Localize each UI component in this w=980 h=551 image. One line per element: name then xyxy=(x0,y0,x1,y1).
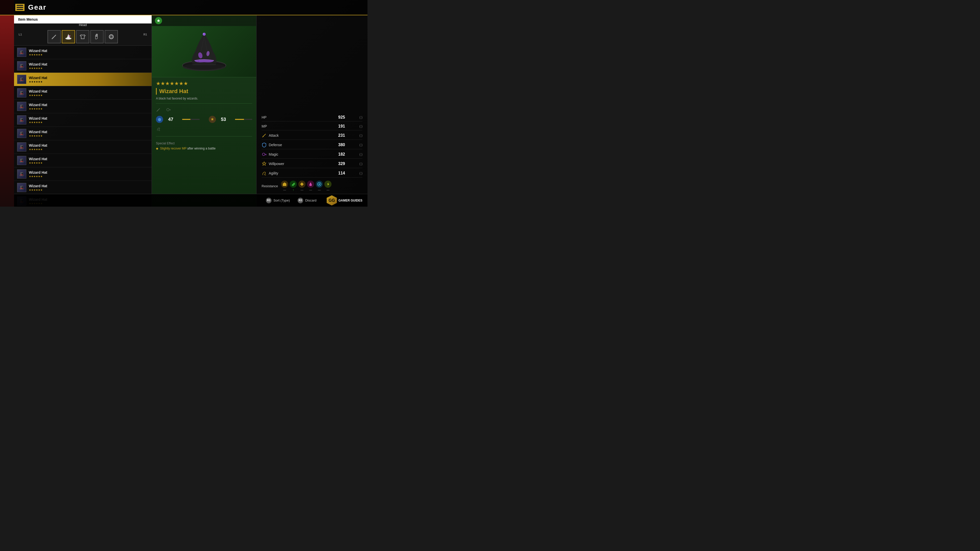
defense-value-char: 380 xyxy=(338,143,345,147)
svg-point-24 xyxy=(262,153,265,156)
defense-value: 47 xyxy=(168,117,177,122)
list-item-selected[interactable]: 🎩 Wizard Hat ★★★★★★ xyxy=(14,73,151,86)
stat-row-hp: HP 925 ( ) xyxy=(262,114,363,121)
svg-line-15 xyxy=(157,108,160,111)
tab-head[interactable] xyxy=(62,30,75,43)
willpower-label: Willpower xyxy=(269,162,338,166)
item-info: Wizard Hat ★★★★★★ xyxy=(29,49,148,56)
item-stars: ★★★★★★ xyxy=(29,148,148,151)
sort-button[interactable]: R3 Sort (Type) xyxy=(266,198,290,203)
weapon-icon xyxy=(51,33,57,40)
nav-left-btn[interactable]: L1 xyxy=(16,32,24,37)
item-thumbnail: 🎩 xyxy=(17,75,26,84)
detail-item-name: Wizard Hat xyxy=(156,88,252,95)
item-name: Wizard Hat xyxy=(29,170,148,175)
ice-res-icon xyxy=(316,181,323,188)
svg-point-6 xyxy=(110,36,112,38)
item-thumbnail: 🎩 xyxy=(17,169,26,179)
slash-res-value: ↑ xyxy=(293,188,294,191)
item-name: Wizard Hat xyxy=(29,89,148,94)
gear-icon xyxy=(15,4,24,11)
item-menus-label: Item Menus xyxy=(14,15,151,24)
stat-row-willpower: Willpower 329 ( ) xyxy=(262,160,363,168)
item-info: Wizard Hat ★★★★★★ xyxy=(29,76,148,83)
diamond-bullet: ◆ xyxy=(156,147,158,150)
special-effect-highlight: Slightly recover MP xyxy=(160,147,186,150)
svg-point-5 xyxy=(109,35,113,39)
list-item[interactable]: 🎩 Wizard Hat ★★★★★★ xyxy=(14,140,151,154)
list-item[interactable]: 🎩 Wizard Hat ★★★★★★ xyxy=(14,167,151,181)
bottom-bar: R3 Sort (Type) R3 Discard GG GAMER GUIDE… xyxy=(14,194,368,206)
special-effect-text: ◆ Slightly recover MP after winning a ba… xyxy=(156,147,252,150)
item-thumbnail: 🎩 xyxy=(17,61,26,70)
list-item[interactable]: 🎩 Wizard Hat ★★★★★★ xyxy=(14,86,151,100)
tab-hands[interactable] xyxy=(90,30,103,43)
detail-badge xyxy=(155,17,162,24)
mp-change: ( ) xyxy=(347,124,363,128)
discard-button[interactable]: R3 Discard xyxy=(298,198,317,203)
thunder-res-icon xyxy=(325,181,331,188)
item-name: Wizard Hat xyxy=(29,184,148,188)
agility-mini-row xyxy=(156,127,252,132)
resistance-icons: — ↑ xyxy=(281,181,331,191)
sort-label: Sort (Type) xyxy=(274,198,290,202)
item-name: Wizard Hat xyxy=(29,76,148,80)
item-thumbnail: 🎩 xyxy=(17,183,26,192)
list-item[interactable]: 🎩 Wizard Hat ★★★★★★ xyxy=(14,59,151,73)
special-effect-label: Special Effect xyxy=(156,141,252,145)
defense-stat-icon-char xyxy=(262,142,267,148)
slash-icon xyxy=(291,182,296,186)
attack-value: 231 xyxy=(338,133,345,138)
item-thumbnail: 🎩 xyxy=(17,129,26,138)
item-thumbnail: 🎩 xyxy=(17,102,26,111)
attack-change: ( ) xyxy=(347,134,363,137)
wizard-hat-image xyxy=(176,29,232,75)
tab-weapon[interactable] xyxy=(48,30,61,43)
item-name: Wizard Hat xyxy=(29,116,148,121)
item-thumbnail: 🎩 xyxy=(17,115,26,124)
stat-row-mp: MP 191 ( ) xyxy=(262,122,363,130)
nav-right-btn[interactable]: R1 xyxy=(141,32,150,37)
stat-row-defense: Defense 380 ( ) xyxy=(262,141,363,149)
tab-accessory[interactable] xyxy=(105,30,118,43)
agility-change: ( ) xyxy=(347,171,363,175)
item-name: Wizard Hat xyxy=(29,157,148,161)
special-effect-suffix: after winning a battle xyxy=(187,147,216,150)
hp-value: 925 xyxy=(338,115,345,120)
item-thumbnail: 🎩 xyxy=(17,156,26,165)
list-item[interactable]: 🎩 Wizard Hat ★★★★★★ xyxy=(14,154,151,167)
list-item[interactable]: 🎩 Wizard Hat ★★★★★★ xyxy=(14,127,151,140)
svg-marker-30 xyxy=(300,183,304,186)
item-info: Wizard Hat ★★★★★★ xyxy=(29,89,148,97)
magic-change: ( ) xyxy=(347,152,363,156)
blunt-res-value: — xyxy=(301,188,304,191)
detail-stars: ★★★★★★★ xyxy=(156,80,252,86)
stat-row-attack: Attack 231 ( ) xyxy=(262,131,363,140)
tab-body[interactable] xyxy=(76,30,89,43)
category-tabs: Head L1 xyxy=(14,24,151,46)
gamer-guides-text: GAMER GUIDES xyxy=(339,199,363,202)
body-icon xyxy=(79,33,86,40)
svg-point-4 xyxy=(69,35,70,37)
item-stars: ★★★★★★ xyxy=(29,67,148,70)
detail-divider-2 xyxy=(156,136,252,137)
willpower-icon xyxy=(210,118,215,121)
list-item[interactable]: 🎩 Wizard Hat ★★★★★★ xyxy=(14,46,151,59)
willpower-change: ( ) xyxy=(347,162,363,165)
item-info: Wizard Hat ★★★★★★ xyxy=(29,130,148,137)
detail-header xyxy=(152,15,256,26)
svg-marker-20 xyxy=(211,118,214,121)
list-item[interactable]: 🎩 Wizard Hat ★★★★★★ xyxy=(14,113,151,127)
detail-description: A black hat favored by wizards. xyxy=(156,97,252,100)
character-stats-list: HP 925 ( ) MP 191 ( ) Attack 231 ( ) xyxy=(262,114,363,191)
list-item[interactable]: 🎩 Wizard Hat ★★★★★★ xyxy=(14,100,151,113)
list-item[interactable]: 🎩 Wizard Hat ★★★★★★ xyxy=(14,181,151,194)
svg-point-17 xyxy=(167,108,169,111)
agility-mini-icon xyxy=(156,127,161,132)
thunder-res-value: — xyxy=(327,188,329,191)
resistance-row: Resistance — xyxy=(262,181,363,191)
svg-marker-29 xyxy=(283,183,286,186)
mp-value: 191 xyxy=(338,124,345,129)
page-title: Gear xyxy=(28,3,46,11)
item-stars: ★★★★★★ xyxy=(29,189,148,191)
